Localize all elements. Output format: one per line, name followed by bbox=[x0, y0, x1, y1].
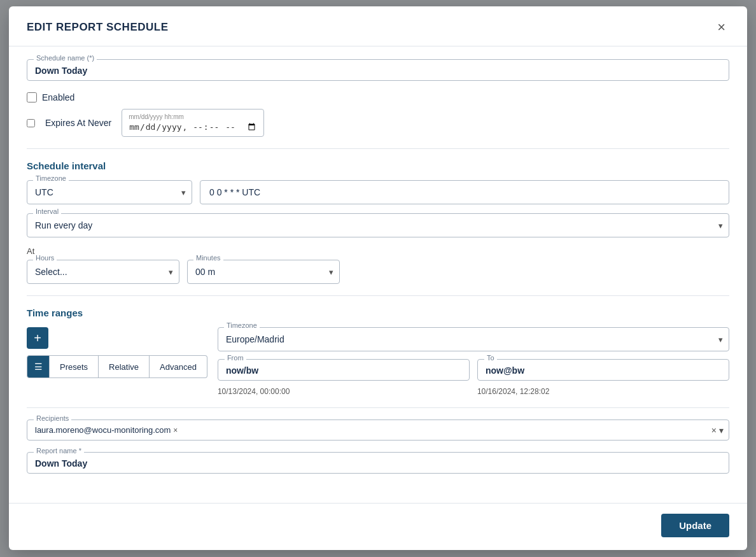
plus-icon: + bbox=[34, 331, 41, 346]
timezone-label: Timezone bbox=[33, 174, 69, 182]
recipients-chevron-icon[interactable]: ▾ bbox=[719, 425, 724, 435]
schedule-interval-section: Schedule interval Timezone UTC Europe/Ma… bbox=[27, 160, 729, 284]
edit-report-schedule-modal: EDIT REPORT SCHEDULE × Schedule name (*)… bbox=[9, 6, 747, 550]
cron-display: 0 0 * * * UTC bbox=[200, 180, 729, 204]
timezone-select[interactable]: UTC Europe/Madrid America/New_York bbox=[27, 180, 192, 204]
report-name-input[interactable] bbox=[35, 458, 721, 469]
recipients-wrap[interactable]: Recipients laura.moreno@wocu-monitoring.… bbox=[27, 420, 729, 441]
time-range-tabs: ☰ Presets Relative Advanced bbox=[27, 355, 207, 378]
hours-minutes-row: Hours Select... 00010203 04050607 080910… bbox=[27, 260, 729, 284]
from-field: From now/bw bbox=[218, 359, 470, 381]
modal-footer: Update bbox=[9, 503, 747, 550]
schedule-name-label: Schedule name (*) bbox=[34, 54, 97, 62]
tab-presets[interactable]: Presets bbox=[50, 355, 99, 378]
interval-select-wrap: Interval Run every day Run every hour Ru… bbox=[27, 213, 729, 237]
expires-at-input[interactable] bbox=[129, 122, 257, 132]
to-field: To now@bw bbox=[477, 359, 729, 381]
to-value: now@bw bbox=[486, 365, 524, 376]
enabled-row: Enabled bbox=[27, 92, 729, 102]
add-time-range-button[interactable]: + bbox=[27, 327, 48, 349]
tab-icon: ☰ bbox=[34, 362, 43, 372]
enabled-checkbox[interactable] bbox=[27, 92, 37, 102]
from-label: From bbox=[225, 354, 246, 362]
minutes-select-wrap: Minutes 00 m 05 m 10 m 15 m 30 m 45 m ▾ bbox=[187, 260, 340, 284]
divider-3 bbox=[27, 407, 729, 408]
interval-select[interactable]: Run every day Run every hour Run every w… bbox=[27, 213, 729, 237]
expires-at-label[interactable]: Expires At Never bbox=[45, 118, 111, 128]
enabled-label[interactable]: Enabled bbox=[42, 92, 74, 102]
at-section: At Hours Select... 00010203 04050607 080… bbox=[27, 246, 729, 284]
from-value: now/bw bbox=[226, 365, 258, 376]
hours-select-wrap: Hours Select... 00010203 04050607 080910… bbox=[27, 260, 179, 284]
time-range-timezone-wrap: Timezone Europe/Madrid UTC America/New_Y… bbox=[218, 327, 729, 351]
report-name-label: Report name * bbox=[34, 447, 84, 455]
expires-at-checkbox[interactable] bbox=[27, 119, 35, 127]
divider-2 bbox=[27, 295, 729, 296]
report-name-field: Report name * bbox=[27, 452, 729, 474]
tab-relative[interactable]: Relative bbox=[99, 355, 150, 378]
minutes-select[interactable]: 00 m 05 m 10 m 15 m 30 m 45 m bbox=[187, 260, 340, 284]
modal-title: EDIT REPORT SCHEDULE bbox=[27, 21, 169, 34]
recipient-chip: laura.moreno@wocu-monitoring.com × bbox=[35, 425, 178, 435]
time-range-left: + ☰ Presets Relative Advanced bbox=[27, 327, 207, 386]
schedule-name-field: Schedule name (*) bbox=[27, 59, 729, 81]
expires-at-datetime-field: mm/dd/yyyy hh:mm bbox=[122, 109, 264, 137]
modal-header: EDIT REPORT SCHEDULE × bbox=[9, 6, 747, 46]
recipients-field: Recipients laura.moreno@wocu-monitoring.… bbox=[27, 420, 729, 441]
recipient-email: laura.moreno@wocu-monitoring.com bbox=[35, 425, 171, 435]
hours-label: Hours bbox=[33, 254, 57, 262]
datetime-format-label: mm/dd/yyyy hh:mm bbox=[129, 113, 257, 120]
timezone-select-wrap: Timezone UTC Europe/Madrid America/New_Y… bbox=[27, 180, 192, 204]
recipients-actions: × ▾ bbox=[711, 425, 724, 435]
minutes-label: Minutes bbox=[193, 254, 223, 262]
time-ranges-title: Time ranges bbox=[27, 307, 729, 318]
time-ranges-section: Time ranges + ☰ Presets Relative bbox=[27, 307, 729, 396]
recipients-clear-icon[interactable]: × bbox=[711, 425, 717, 435]
interval-label: Interval bbox=[33, 208, 61, 215]
time-range-timezone-label: Timezone bbox=[224, 321, 260, 329]
remove-recipient-icon[interactable]: × bbox=[173, 426, 178, 435]
close-button[interactable]: × bbox=[713, 19, 729, 36]
time-range-content: + ☰ Presets Relative Advanced bbox=[27, 327, 729, 396]
schedule-interval-title: Schedule interval bbox=[27, 160, 729, 171]
tab-advanced[interactable]: Advanced bbox=[150, 355, 207, 378]
modal-body: Schedule name (*) Enabled Expires At Nev… bbox=[9, 46, 747, 503]
expires-at-row: Expires At Never mm/dd/yyyy hh:mm bbox=[27, 109, 729, 137]
time-range-timezone-select[interactable]: Europe/Madrid UTC America/New_York bbox=[218, 327, 729, 351]
from-date: 10/13/2024, 00:00:00 bbox=[218, 386, 470, 396]
recipients-label: Recipients bbox=[34, 414, 71, 422]
to-date: 10/16/2024, 12:28:02 bbox=[477, 386, 729, 396]
tab-icon-button[interactable]: ☰ bbox=[27, 355, 50, 378]
from-to-dates: 10/13/2024, 00:00:00 10/16/2024, 12:28:0… bbox=[218, 386, 729, 396]
timezone-cron-row: Timezone UTC Europe/Madrid America/New_Y… bbox=[27, 180, 729, 204]
from-to-row: From now/bw To now@bw bbox=[218, 359, 729, 381]
time-range-right: Timezone Europe/Madrid UTC America/New_Y… bbox=[218, 327, 729, 396]
at-label: At bbox=[27, 246, 729, 256]
hours-select[interactable]: Select... 00010203 04050607 08091011 121… bbox=[27, 260, 179, 284]
divider-1 bbox=[27, 148, 729, 149]
update-button[interactable]: Update bbox=[661, 514, 729, 537]
time-range-timezone-select-wrap: Timezone Europe/Madrid UTC America/New_Y… bbox=[218, 327, 729, 351]
schedule-name-input[interactable] bbox=[35, 66, 721, 76]
to-label: To bbox=[484, 354, 497, 362]
